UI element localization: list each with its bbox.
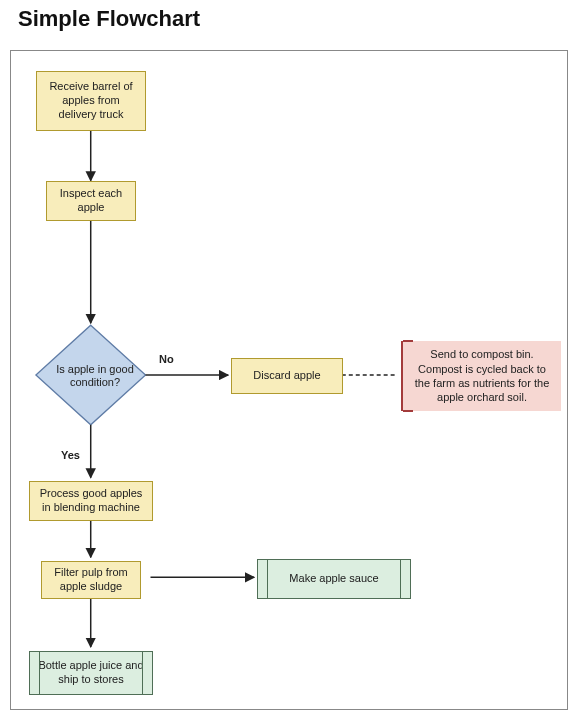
node-discard-label: Discard apple	[253, 369, 320, 383]
page-title: Simple Flowchart	[18, 6, 200, 32]
node-bottle: Bottle apple juice and ship to stores	[29, 651, 153, 695]
page: Simple Flowchart	[0, 0, 580, 722]
node-sauce-label: Make apple sauce	[289, 572, 378, 586]
node-inspect-label: Inspect each apple	[53, 187, 129, 215]
node-inspect: Inspect each apple	[46, 181, 136, 221]
edge-label-no: No	[159, 353, 174, 365]
node-start: Receive barrel of apples from delivery t…	[36, 71, 146, 131]
node-filter-label: Filter pulp from apple sludge	[48, 566, 134, 594]
node-process: Process good apples in blending machine	[29, 481, 153, 521]
node-start-label: Receive barrel of apples from delivery t…	[43, 80, 139, 121]
node-annotation-label: Send to compost bin. Compost is cycled b…	[411, 347, 553, 404]
node-annotation: Send to compost bin. Compost is cycled b…	[401, 341, 561, 411]
node-filter: Filter pulp from apple sludge	[41, 561, 141, 599]
edge-label-yes: Yes	[61, 449, 80, 461]
node-decision: Is apple in good condition?	[51, 351, 139, 401]
node-decision-label: Is apple in good condition?	[55, 363, 135, 389]
node-sauce: Make apple sauce	[257, 559, 411, 599]
flowchart-frame: No Yes Receive barrel of apples from del…	[10, 50, 568, 710]
node-process-label: Process good apples in blending machine	[36, 487, 146, 515]
node-bottle-label: Bottle apple juice and ship to stores	[36, 659, 146, 687]
node-discard: Discard apple	[231, 358, 343, 394]
